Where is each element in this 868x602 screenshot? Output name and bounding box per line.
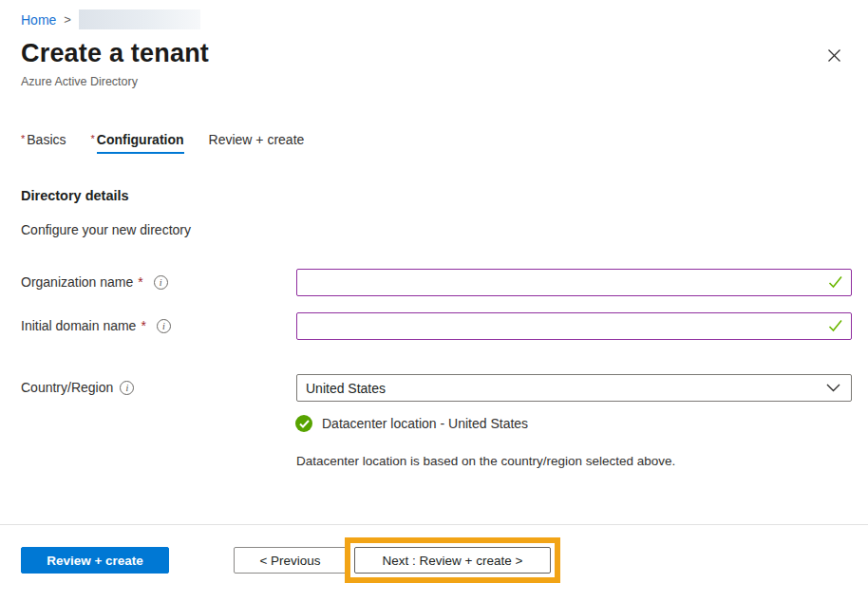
breadcrumb-separator: > <box>64 12 71 27</box>
tab-review-create[interactable]: Review + create <box>209 132 305 154</box>
create-tenant-page: Home > Create a tenant Azure Active Dire… <box>0 0 868 602</box>
footer-divider <box>0 524 868 525</box>
tab-configuration-label: Configuration <box>97 132 184 154</box>
checkmark-icon <box>828 319 843 332</box>
initial-domain-name-input[interactable] <box>296 312 852 340</box>
required-asterisk: * <box>21 133 25 144</box>
breadcrumb-home-link[interactable]: Home <box>21 12 56 28</box>
organization-name-label: Organization name * i <box>21 274 168 290</box>
country-region-label: Country/Region i <box>21 380 134 395</box>
next-review-create-button[interactable]: Next : Review + create > <box>354 547 551 574</box>
section-description: Configure your new directory <box>21 222 191 237</box>
required-asterisk: * <box>138 274 142 290</box>
tab-basics-label: Basics <box>27 132 66 154</box>
country-region-select[interactable]: United States <box>296 374 852 402</box>
organization-name-input[interactable] <box>296 269 852 296</box>
annotation-highlight-box: Next : Review + create > <box>345 537 560 583</box>
info-icon[interactable]: i <box>120 381 134 395</box>
wizard-tab-list: * Basics * Configuration Review + create <box>21 132 329 154</box>
previous-button[interactable]: < Previous <box>234 547 347 574</box>
datacenter-status: Datacenter location - United States <box>295 415 528 432</box>
organization-name-field-wrap <box>296 269 852 296</box>
datacenter-status-text: Datacenter location - United States <box>322 416 528 431</box>
page-subtitle: Azure Active Directory <box>21 75 138 88</box>
tab-basics[interactable]: * Basics <box>21 132 66 154</box>
section-heading: Directory details <box>21 188 129 203</box>
required-asterisk: * <box>91 133 95 144</box>
success-check-icon <box>295 415 312 432</box>
initial-domain-name-field-wrap <box>296 312 852 340</box>
checkmark-icon <box>828 275 843 289</box>
tab-review-create-label: Review + create <box>209 132 305 154</box>
chevron-down-icon <box>826 384 840 392</box>
info-icon[interactable]: i <box>154 275 168 290</box>
tab-configuration[interactable]: * Configuration <box>91 132 184 154</box>
breadcrumb: Home > <box>21 9 200 29</box>
required-asterisk: * <box>141 318 145 333</box>
breadcrumb-current-redacted <box>79 9 200 29</box>
page-title: Create a tenant <box>21 39 209 68</box>
close-icon[interactable] <box>822 44 845 66</box>
country-region-selected-value: United States <box>306 381 386 396</box>
datacenter-note: Datacenter location is based on the coun… <box>296 454 675 468</box>
initial-domain-name-label: Initial domain name * i <box>21 318 171 333</box>
info-icon[interactable]: i <box>157 319 171 333</box>
review-create-button[interactable]: Review + create <box>21 547 169 574</box>
